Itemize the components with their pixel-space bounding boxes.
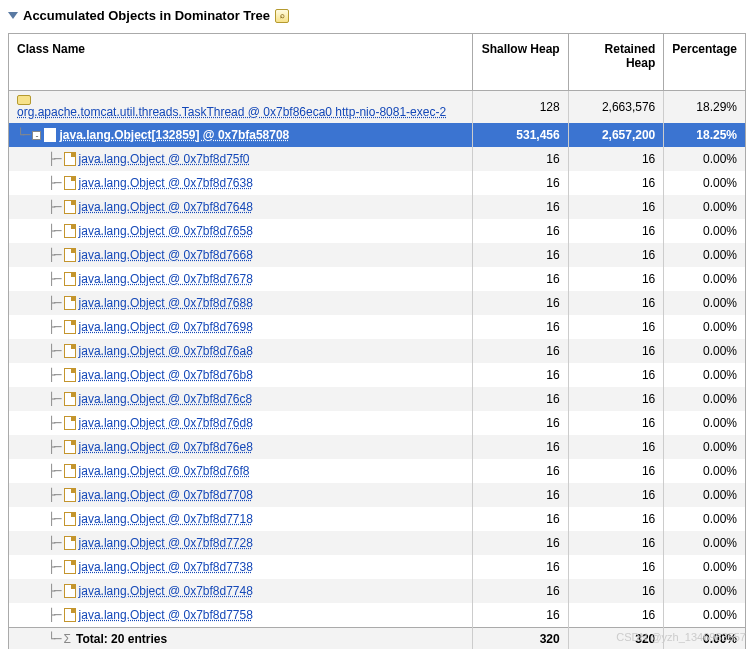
root-class-link[interactable]: org.apache.tomcat.util.threads.TaskThrea…	[17, 105, 446, 119]
class-link[interactable]: java.lang.Object @ 0x7bf8d76c8	[79, 392, 253, 406]
cell-percent: 18.29%	[664, 91, 745, 124]
table-row-root[interactable]: org.apache.tomcat.util.threads.TaskThrea…	[9, 91, 745, 124]
table-row[interactable]: ├─java.lang.Object @ 0x7bf8d76d816160.00…	[9, 411, 745, 435]
class-link[interactable]: java.lang.Object @ 0x7bf8d7698	[79, 320, 253, 334]
col-percentage[interactable]: Percentage	[664, 34, 745, 91]
cell-shallow: 16	[473, 603, 569, 627]
tree-line: ├─	[17, 224, 61, 238]
table-row[interactable]: ├─java.lang.Object @ 0x7bf8d76f816160.00…	[9, 459, 745, 483]
class-link[interactable]: java.lang.Object @ 0x7bf8d76f8	[79, 464, 250, 478]
tree-line: ├─	[17, 248, 61, 262]
class-icon	[64, 152, 76, 166]
table-row[interactable]: ├─java.lang.Object @ 0x7bf8d766816160.00…	[9, 243, 745, 267]
table-row[interactable]: ├─java.lang.Object @ 0x7bf8d773816160.00…	[9, 555, 745, 579]
query-icon[interactable]: ⌕	[275, 9, 289, 23]
cell-retained: 16	[568, 339, 664, 363]
table-row[interactable]: ├─java.lang.Object @ 0x7bf8d764816160.00…	[9, 195, 745, 219]
selected-class-link[interactable]: java.lang.Object[132859] @ 0x7bfa58708	[59, 128, 289, 142]
cell-retained: 16	[568, 147, 664, 171]
class-link[interactable]: java.lang.Object @ 0x7bf8d76b8	[79, 368, 253, 382]
class-icon	[64, 488, 76, 502]
class-link[interactable]: java.lang.Object @ 0x7bf8d7668	[79, 248, 253, 262]
tree-line: ├─	[17, 392, 61, 406]
table-row-selected[interactable]: └─ - java.lang.Object[132859] @ 0x7bfa58…	[9, 123, 745, 147]
class-link[interactable]: java.lang.Object @ 0x7bf8d76e8	[79, 440, 253, 454]
cell-shallow: 128	[473, 91, 569, 124]
cell-shallow: 16	[473, 171, 569, 195]
table-row-total: └─ΣTotal: 20 entries3203200.00%	[9, 627, 745, 649]
table-row[interactable]: ├─java.lang.Object @ 0x7bf8d775816160.00…	[9, 603, 745, 627]
cell-retained: 16	[568, 459, 664, 483]
col-class-name[interactable]: Class Name	[9, 34, 473, 91]
class-link[interactable]: java.lang.Object @ 0x7bf8d7748	[79, 584, 253, 598]
table-row[interactable]: ├─java.lang.Object @ 0x7bf8d76c816160.00…	[9, 387, 745, 411]
table-row[interactable]: ├─java.lang.Object @ 0x7bf8d772816160.00…	[9, 531, 745, 555]
cell-percent: 0.00%	[664, 627, 745, 649]
cell-retained: 16	[568, 171, 664, 195]
cell-retained: 16	[568, 555, 664, 579]
class-link[interactable]: java.lang.Object @ 0x7bf8d76a8	[79, 344, 253, 358]
col-retained-heap[interactable]: Retained Heap	[568, 34, 664, 91]
cell-percent: 0.00%	[664, 291, 745, 315]
class-icon	[64, 440, 76, 454]
dominator-table: Class Name Shallow Heap Retained Heap Pe…	[8, 33, 746, 649]
tree-line: ├─	[17, 512, 61, 526]
total-label: Total: 20 entries	[76, 632, 167, 646]
cell-retained: 16	[568, 363, 664, 387]
cell-shallow: 531,456	[473, 123, 569, 147]
cell-shallow: 16	[473, 507, 569, 531]
table-row[interactable]: ├─java.lang.Object @ 0x7bf8d76b816160.00…	[9, 363, 745, 387]
class-link[interactable]: java.lang.Object @ 0x7bf8d7678	[79, 272, 253, 286]
class-link[interactable]: java.lang.Object @ 0x7bf8d76d8	[79, 416, 253, 430]
cell-percent: 0.00%	[664, 459, 745, 483]
class-link[interactable]: java.lang.Object @ 0x7bf8d7718	[79, 512, 253, 526]
collapse-icon[interactable]: -	[32, 131, 41, 140]
table-row[interactable]: ├─java.lang.Object @ 0x7bf8d771816160.00…	[9, 507, 745, 531]
class-link[interactable]: java.lang.Object @ 0x7bf8d7638	[79, 176, 253, 190]
cell-retained: 16	[568, 579, 664, 603]
cell-percent: 0.00%	[664, 411, 745, 435]
table-row[interactable]: ├─java.lang.Object @ 0x7bf8d76a816160.00…	[9, 339, 745, 363]
tree-line: └─	[17, 128, 29, 142]
cell-retained: 320	[568, 627, 664, 649]
class-link[interactable]: java.lang.Object @ 0x7bf8d75f0	[79, 152, 250, 166]
tree-line: ├─	[17, 272, 61, 286]
class-link[interactable]: java.lang.Object @ 0x7bf8d7708	[79, 488, 253, 502]
class-link[interactable]: java.lang.Object @ 0x7bf8d7758	[79, 608, 253, 622]
cell-retained: 2,657,200	[568, 123, 664, 147]
col-shallow-heap[interactable]: Shallow Heap	[473, 34, 569, 91]
table-row[interactable]: ├─java.lang.Object @ 0x7bf8d774816160.00…	[9, 579, 745, 603]
cell-retained: 16	[568, 387, 664, 411]
cell-percent: 0.00%	[664, 315, 745, 339]
table-row[interactable]: ├─java.lang.Object @ 0x7bf8d770816160.00…	[9, 483, 745, 507]
class-link[interactable]: java.lang.Object @ 0x7bf8d7688	[79, 296, 253, 310]
cell-retained: 16	[568, 291, 664, 315]
table-row[interactable]: ├─java.lang.Object @ 0x7bf8d765816160.00…	[9, 219, 745, 243]
cell-percent: 0.00%	[664, 507, 745, 531]
table-row[interactable]: ├─java.lang.Object @ 0x7bf8d763816160.00…	[9, 171, 745, 195]
table-row[interactable]: ├─java.lang.Object @ 0x7bf8d75f016160.00…	[9, 147, 745, 171]
cell-percent: 0.00%	[664, 219, 745, 243]
cell-shallow: 16	[473, 387, 569, 411]
cell-shallow: 16	[473, 339, 569, 363]
tree-line: ├─	[17, 152, 61, 166]
class-link[interactable]: java.lang.Object @ 0x7bf8d7728	[79, 536, 253, 550]
cell-retained: 16	[568, 315, 664, 339]
class-link[interactable]: java.lang.Object @ 0x7bf8d7648	[79, 200, 253, 214]
cell-retained: 16	[568, 603, 664, 627]
table-row[interactable]: ├─java.lang.Object @ 0x7bf8d768816160.00…	[9, 291, 745, 315]
cell-percent: 0.00%	[664, 387, 745, 411]
collapse-toggle-icon[interactable]	[8, 12, 18, 19]
table-row[interactable]: ├─java.lang.Object @ 0x7bf8d769816160.00…	[9, 315, 745, 339]
class-icon	[64, 176, 76, 190]
table-row[interactable]: ├─java.lang.Object @ 0x7bf8d767816160.00…	[9, 267, 745, 291]
table-header-row: Class Name Shallow Heap Retained Heap Pe…	[9, 34, 745, 91]
cell-shallow: 16	[473, 459, 569, 483]
cell-percent: 0.00%	[664, 267, 745, 291]
class-link[interactable]: java.lang.Object @ 0x7bf8d7658	[79, 224, 253, 238]
cell-percent: 0.00%	[664, 195, 745, 219]
class-link[interactable]: java.lang.Object @ 0x7bf8d7738	[79, 560, 253, 574]
class-icon	[64, 416, 76, 430]
table-row[interactable]: ├─java.lang.Object @ 0x7bf8d76e816160.00…	[9, 435, 745, 459]
cell-percent: 0.00%	[664, 483, 745, 507]
